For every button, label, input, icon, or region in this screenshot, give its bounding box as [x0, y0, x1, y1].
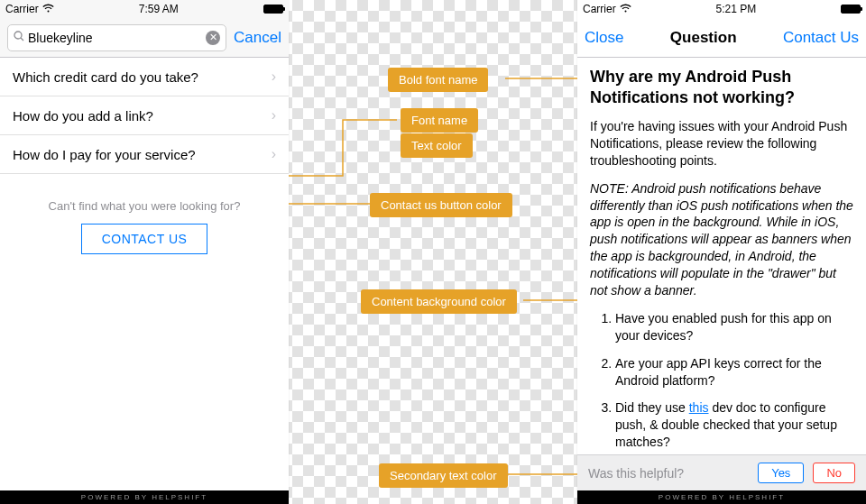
article-intro: If you're having issues with your Androi…	[590, 118, 853, 170]
article-body[interactable]: Why are my Android Push Notifications no…	[577, 58, 866, 454]
result-row[interactable]: How do I pay for your service? ›	[0, 135, 289, 174]
carrier-label: Carrier	[5, 3, 39, 15]
anno-secondary: Secondary text color	[379, 463, 508, 488]
article-step: Did they use this dev doc to configure p…	[615, 399, 853, 451]
article-steps: Have you enabled push for this app on yo…	[590, 310, 853, 451]
powered-by: POWERED BY HELPSHIFT	[0, 490, 289, 504]
wifi-icon	[620, 3, 631, 15]
close-button[interactable]: Close	[585, 29, 623, 47]
helpful-question: Was this helpful?	[588, 466, 684, 481]
svg-line-1	[21, 38, 23, 41]
anno-bold-font: Bold font name	[388, 68, 488, 92]
cancel-button[interactable]: Cancel	[234, 29, 281, 47]
svg-point-0	[14, 32, 22, 39]
search-results: Which credit card do you take? › How do …	[0, 58, 289, 174]
no-results-prompt: Can't find what you were looking for?	[0, 199, 289, 213]
dev-doc-link[interactable]: this	[689, 400, 709, 415]
wifi-icon	[42, 3, 54, 15]
helpful-yes-button[interactable]: Yes	[758, 463, 804, 483]
article-navbar: Close Question Contact Us	[577, 18, 866, 58]
phone-article: Carrier 5:21 PM Close Question Contact U…	[577, 0, 866, 504]
article-step: Are your app API keys correct for the An…	[615, 355, 853, 389]
anno-font-name: Font name	[401, 108, 478, 133]
result-label: How do I pay for your service?	[13, 147, 196, 162]
search-navbar: ✕ Cancel	[0, 18, 289, 58]
helpful-no-button[interactable]: No	[813, 463, 855, 483]
search-input[interactable]	[28, 31, 202, 45]
clock-label: 7:59 AM	[139, 3, 179, 15]
article-step: Have you enabled push for this app on yo…	[615, 310, 853, 344]
helpful-bar: Was this helpful? Yes No	[577, 454, 866, 490]
battery-icon	[263, 5, 283, 14]
chevron-right-icon: ›	[272, 69, 276, 85]
result-row[interactable]: Which credit card do you take? ›	[0, 58, 289, 96]
nav-title: Question	[631, 29, 775, 47]
carrier-label: Carrier	[583, 3, 616, 15]
powered-by: POWERED BY HELPSHIFT	[577, 490, 866, 504]
search-icon	[14, 31, 24, 44]
anno-bg-color: Content background color	[361, 289, 517, 314]
result-label: Which credit card do you take?	[13, 69, 198, 85]
contact-us-link[interactable]: Contact Us	[783, 29, 859, 47]
chevron-right-icon: ›	[272, 107, 276, 124]
phone-search: Carrier 7:59 AM ✕ Cancel Which credit ca…	[0, 0, 289, 504]
contact-us-button[interactable]: CONTACT US	[81, 224, 208, 254]
search-field-wrap[interactable]: ✕	[7, 24, 226, 51]
result-label: How do you add a link?	[13, 108, 153, 124]
anno-text-color: Text color	[401, 133, 473, 158]
article-note: NOTE: Android push notifications behave …	[590, 180, 853, 299]
status-bar: Carrier 5:21 PM	[577, 0, 866, 18]
clock-label: 5:21 PM	[715, 3, 756, 15]
anno-contact-color: Contact us button color	[370, 193, 512, 217]
clear-search-button[interactable]: ✕	[206, 31, 220, 45]
battery-icon	[841, 5, 861, 14]
result-row[interactable]: How do you add a link? ›	[0, 96, 289, 135]
chevron-right-icon: ›	[272, 146, 276, 162]
status-bar: Carrier 7:59 AM	[0, 0, 289, 18]
article-title: Why are my Android Push Notifications no…	[590, 67, 853, 107]
